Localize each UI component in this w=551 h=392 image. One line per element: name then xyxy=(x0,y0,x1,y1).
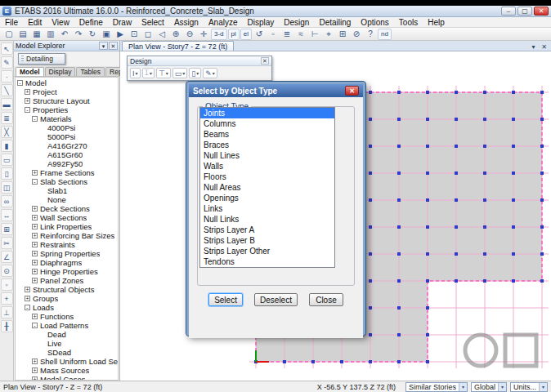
object-type-option[interactable]: Null Links xyxy=(200,214,334,225)
expand-plus-icon[interactable]: + xyxy=(25,296,30,301)
snap-to-perpendicular-icon[interactable]: ⊥ xyxy=(1,306,13,318)
menu-item-file[interactable]: File xyxy=(0,17,23,28)
tree-node[interactable]: -Materials xyxy=(16,114,118,123)
redo-icon[interactable]: ↷ xyxy=(72,29,85,40)
expand-plus-icon[interactable]: + xyxy=(32,269,38,274)
tree-node[interactable]: +Wall Sections xyxy=(16,213,118,222)
steel-frame-design-icon[interactable]: I▾ xyxy=(130,68,141,78)
tree-node[interactable]: +Frame Sections xyxy=(16,168,118,177)
help-icon[interactable]: ? xyxy=(364,29,377,40)
draw-joint-icon[interactable]: ∙ xyxy=(1,70,13,82)
tree-node[interactable]: Slab1 xyxy=(16,186,118,195)
object-type-option[interactable]: Floors xyxy=(200,172,334,182)
expand-plus-icon[interactable]: + xyxy=(32,368,38,373)
tree-node[interactable]: +Project xyxy=(16,87,118,96)
menu-item-display[interactable]: Display xyxy=(243,17,280,28)
tree-node[interactable]: +Mass Sources xyxy=(16,366,118,375)
select-button[interactable]: Select xyxy=(208,293,243,306)
reshape-object-icon[interactable]: ✎ xyxy=(1,56,13,69)
expand-plus-icon[interactable]: + xyxy=(32,314,38,319)
snap-options-icon[interactable]: ⊞ xyxy=(336,29,349,40)
object-type-option[interactable]: Strips Layer B xyxy=(200,235,334,246)
menu-item-tools[interactable]: Tools xyxy=(394,17,423,28)
tree-node[interactable]: +Structure Layout xyxy=(16,96,118,105)
quick-draw-beam-icon[interactable]: ▬ xyxy=(1,98,13,110)
design-toolbar-close-icon[interactable]: ✕ xyxy=(261,57,269,65)
refresh-window-icon[interactable]: ↻ xyxy=(86,29,99,40)
show-deformed-shape-icon[interactable]: ≈ xyxy=(294,29,307,40)
new-model-icon[interactable]: ▢ xyxy=(2,29,16,40)
quick-draw-floor-icon[interactable]: ▭ xyxy=(1,154,13,166)
tree-node[interactable]: Live xyxy=(16,339,118,348)
expand-plus-icon[interactable]: + xyxy=(32,224,38,229)
collapse-minus-icon[interactable]: - xyxy=(32,323,38,328)
tab-list-icon[interactable]: ▾ xyxy=(529,42,538,51)
tree-node[interactable]: -Model xyxy=(16,78,118,87)
assign-menu-icon[interactable]: ⊢ xyxy=(308,29,321,40)
tree-node[interactable]: +Link Properties xyxy=(16,222,118,231)
expand-plus-icon[interactable]: + xyxy=(32,242,38,247)
object-type-option[interactable]: Tendons xyxy=(200,256,334,267)
collapse-minus-icon[interactable]: - xyxy=(32,179,38,185)
select-menu-icon[interactable]: ⌖ xyxy=(322,29,335,40)
object-type-option[interactable]: Null Lines xyxy=(200,150,334,161)
tree-node[interactable]: +Functions xyxy=(16,312,118,321)
tree-node[interactable]: +Hinge Properties xyxy=(16,267,118,276)
status-combo-units-[interactable]: Units...▾ xyxy=(510,382,548,392)
tree-node[interactable]: +Shell Uniform Load Se xyxy=(16,357,118,366)
object-type-option[interactable]: Null Areas xyxy=(200,182,334,193)
slab-design-icon[interactable]: ▭▾ xyxy=(172,68,188,78)
collapse-minus-icon[interactable]: - xyxy=(25,107,30,113)
menu-item-options[interactable]: Options xyxy=(356,17,393,28)
draw-dimension-line-icon[interactable]: ↔ xyxy=(1,209,13,221)
object-type-option[interactable]: Strips Layer A xyxy=(200,225,334,235)
panel-close-icon[interactable]: ✕ xyxy=(109,42,118,50)
tree-node[interactable]: A992Fy50 xyxy=(16,159,118,168)
tree-node[interactable]: +Panel Zones xyxy=(16,276,118,285)
status-combo-similar-stories[interactable]: Similar Stories▾ xyxy=(405,382,468,392)
draw-frame-icon[interactable]: ╲ xyxy=(1,84,13,96)
object-type-option[interactable]: Walls xyxy=(200,161,334,172)
select-pointer-icon[interactable]: ↖ xyxy=(1,42,13,55)
object-type-option[interactable]: Links xyxy=(200,203,334,214)
draw-floor-icon[interactable]: ▮ xyxy=(1,140,13,152)
collapse-minus-icon[interactable]: - xyxy=(32,116,38,122)
quick-draw-secondary-beams-icon[interactable]: ≣ xyxy=(1,112,13,124)
restore-full-view-icon[interactable]: ◻ xyxy=(141,29,155,40)
detailing-nd-icon[interactable]: nd xyxy=(378,29,392,40)
minimize-button[interactable]: – xyxy=(501,7,516,16)
pan-icon[interactable]: ✛ xyxy=(197,29,210,40)
menu-item-detailing[interactable]: Detailing xyxy=(314,17,356,28)
tree-node[interactable]: A416Gr270 xyxy=(16,141,118,150)
object-type-option[interactable]: Beams xyxy=(200,129,334,140)
concrete-frame-design-icon[interactable]: ⌶▾ xyxy=(142,68,155,78)
quick-draw-brace-icon[interactable]: ╳ xyxy=(1,126,13,138)
tree-node[interactable]: 5000Psi xyxy=(16,132,118,141)
design-settings-icon[interactable]: ✎▾ xyxy=(203,68,217,78)
object-type-listbox[interactable]: JointsColumnsBeamsBracesNull LinesWallsF… xyxy=(199,107,335,268)
close-button[interactable]: ✕ xyxy=(534,7,549,16)
undo-icon[interactable]: ↶ xyxy=(58,29,71,40)
shear-wall-design-icon[interactable]: ▯▾ xyxy=(189,68,201,78)
save-model-icon[interactable]: ▦ xyxy=(30,29,43,40)
panel-menu-icon[interactable]: ▾ xyxy=(99,42,108,50)
view-3d-icon[interactable]: 3-d xyxy=(211,29,227,40)
status-combo-global[interactable]: Global▾ xyxy=(471,382,507,392)
menu-item-draw[interactable]: Draw xyxy=(108,17,137,28)
menu-item-help[interactable]: Help xyxy=(423,17,450,28)
menu-item-view[interactable]: View xyxy=(47,17,74,28)
menu-item-select[interactable]: Select xyxy=(137,17,169,28)
tab-close-icon[interactable]: ✕ xyxy=(540,42,549,51)
zoom-out-icon[interactable]: ⊖ xyxy=(183,29,196,40)
draw-wall-icon[interactable]: ▯ xyxy=(1,167,13,180)
view-plan-icon[interactable]: pl xyxy=(228,29,240,40)
composite-beam-design-icon[interactable]: ⊤▾ xyxy=(156,68,171,78)
expand-plus-icon[interactable]: + xyxy=(32,170,38,176)
tree-node[interactable]: SDead xyxy=(16,348,118,357)
snap-to-midpoints-icon[interactable]: ◦ xyxy=(1,278,13,291)
tree-node[interactable]: Dead xyxy=(16,330,118,339)
expand-plus-icon[interactable]: + xyxy=(25,287,30,292)
tree-node[interactable]: +Structural Objects xyxy=(16,285,118,294)
drag-grip-icon[interactable] xyxy=(21,56,24,63)
tree-node[interactable]: +Diaphragms xyxy=(16,258,118,267)
